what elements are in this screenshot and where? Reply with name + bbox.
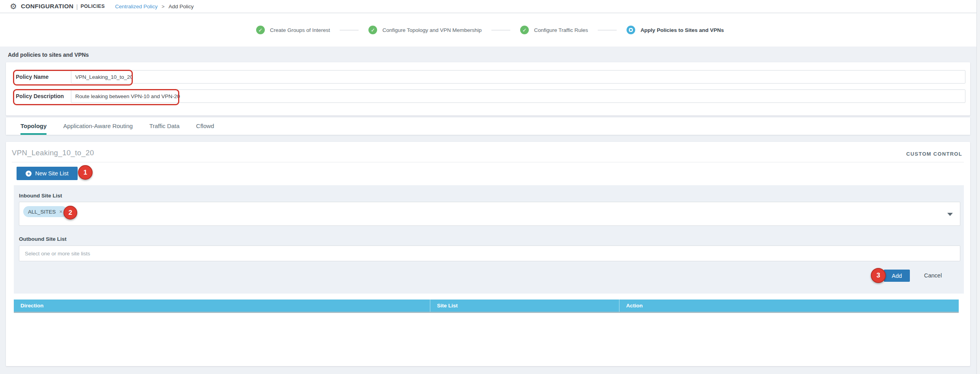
step-label: Apply Policies to Sites and VPNs: [640, 27, 724, 33]
policy-type-tabs: Topology Application-Aware Routing Traff…: [6, 117, 970, 135]
step-configure-topology[interactable]: ✓ Configure Topology and VPN Membership: [368, 26, 482, 34]
scrollbar[interactable]: [976, 0, 980, 374]
step-configure-traffic-rules[interactable]: ✓ Configure Traffic Rules: [520, 26, 588, 34]
step-label: Configure Topology and VPN Membership: [382, 27, 482, 33]
chevron-down-icon[interactable]: [947, 213, 953, 216]
top-bar: ⚙ CONFIGURATION | POLICIES Centralized P…: [0, 0, 980, 13]
inbound-site-list-label: Inbound Site List: [19, 193, 62, 199]
plus-icon: +: [26, 171, 32, 177]
policy-description-input[interactable]: [71, 89, 965, 103]
topology-panel: VPN_Leaking_10_to_20 CUSTOM CONTROL + Ne…: [6, 142, 970, 366]
site-list-form: Inbound Site List ALL_SITES × 2 Outbound…: [14, 185, 964, 294]
wizard-stepper: ✓ Create Groups of Interest ✓ Configure …: [0, 13, 980, 47]
step-connector: [598, 30, 617, 30]
policy-details-card: Policy Name Policy Description: [6, 62, 970, 115]
breadcrumb-current: Add Policy: [169, 4, 194, 9]
new-site-list-label: New Site List: [35, 170, 69, 177]
cancel-button[interactable]: Cancel: [924, 270, 942, 282]
policy-name-label: Policy Name: [16, 74, 48, 80]
tab-cflowd[interactable]: Cflowd: [196, 117, 214, 135]
policy-name-input[interactable]: [71, 70, 965, 84]
gear-icon: ⚙: [10, 2, 17, 10]
step-label: Create Groups of Interest: [270, 27, 330, 33]
column-header-direction: Direction: [14, 300, 430, 312]
annotation-badge-1: 1: [78, 165, 93, 180]
tab-topology[interactable]: Topology: [20, 117, 46, 135]
step-label: Configure Traffic Rules: [534, 27, 588, 33]
annotation-badge-2: 2: [63, 206, 77, 220]
app-subsection-title: POLICIES: [80, 4, 105, 9]
chip-label: ALL_SITES: [28, 209, 56, 215]
annotation-badge-3: 3: [871, 268, 886, 283]
custom-control-label: CUSTOM CONTROL: [906, 151, 962, 157]
step-create-groups[interactable]: ✓ Create Groups of Interest: [256, 26, 330, 34]
title-separator: |: [76, 3, 78, 10]
outbound-site-list-input[interactable]: [19, 246, 960, 261]
app-section-title: CONFIGURATION: [21, 3, 74, 10]
breadcrumb-centralized-policy[interactable]: Centralized Policy: [115, 4, 158, 9]
chip-remove-icon[interactable]: ×: [60, 209, 63, 214]
tab-traffic-data[interactable]: Traffic Data: [149, 117, 180, 135]
step-connector: [340, 30, 359, 30]
outbound-site-list-label: Outbound Site List: [19, 236, 67, 242]
page-title: Add policies to sites and VPNs: [8, 52, 89, 58]
step-completed-check-icon: ✓: [368, 26, 377, 34]
column-header-action: Action: [619, 300, 959, 312]
column-header-site-list: Site List: [430, 300, 619, 312]
site-list-table-header: Direction Site List Action: [14, 300, 959, 313]
policy-description-label: Policy Description: [16, 93, 64, 99]
site-list-chip-all-sites[interactable]: ALL_SITES ×: [23, 206, 67, 217]
add-button[interactable]: Add: [884, 270, 910, 282]
step-completed-check-icon: ✓: [256, 26, 265, 34]
step-apply-policies[interactable]: Apply Policies to Sites and VPNs: [627, 26, 724, 34]
inbound-site-list-select[interactable]: ALL_SITES × 2: [19, 202, 960, 226]
breadcrumb-separator: >: [162, 4, 165, 9]
divider: [12, 162, 964, 162]
step-completed-check-icon: ✓: [520, 26, 529, 34]
step-connector: [491, 30, 510, 30]
tab-application-aware-routing[interactable]: Application-Aware Routing: [63, 117, 133, 135]
step-active-icon: [627, 26, 635, 34]
topology-policy-title: VPN_Leaking_10_to_20: [12, 149, 94, 157]
new-site-list-button[interactable]: + New Site List: [17, 167, 78, 180]
